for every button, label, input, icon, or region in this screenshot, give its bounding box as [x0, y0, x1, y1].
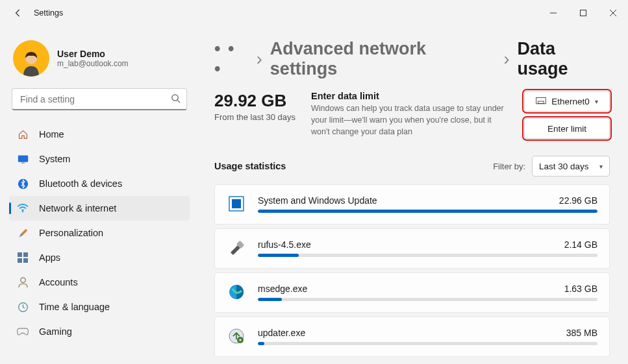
- svg-rect-16: [538, 101, 544, 103]
- profile-email: m_lab@outlook.com: [57, 59, 129, 68]
- paintbrush-icon: [17, 227, 29, 239]
- sidebar-item-label: Network & internet: [39, 203, 116, 213]
- sidebar-item-gaming[interactable]: Gaming: [9, 319, 190, 344]
- breadcrumb: • • • › Advanced network settings › Data…: [214, 39, 610, 79]
- svg-line-4: [177, 100, 180, 103]
- filter-value: Last 30 days: [539, 162, 589, 171]
- svg-rect-1: [581, 10, 586, 16]
- app-name: rufus-4.5.exe: [258, 239, 311, 250]
- data-limit-description: Windows can help you track data usage to…: [311, 103, 509, 138]
- data-usage-period: From the last 30 days: [214, 112, 295, 122]
- sidebar-item-label: System: [39, 154, 70, 164]
- app-name: updater.exe: [258, 328, 305, 338]
- sidebar-item-bluetooth[interactable]: Bluetooth & devices: [9, 171, 190, 196]
- usage-bar: [258, 298, 597, 301]
- app-usage-value: 22.96 GB: [559, 195, 597, 206]
- app-usage-value: 2.14 GB: [564, 239, 597, 250]
- filter-label: Filter by:: [493, 162, 525, 171]
- ethernet-icon: [536, 97, 546, 105]
- window-title: Settings: [34, 8, 63, 18]
- breadcrumb-ellipsis[interactable]: • • •: [214, 39, 249, 79]
- chevron-down-icon: ▾: [595, 98, 598, 105]
- adapter-name: Ethernet0: [551, 97, 590, 106]
- svg-rect-18: [232, 199, 241, 208]
- svg-point-3: [172, 95, 178, 101]
- bluetooth-icon: [17, 178, 29, 189]
- usage-bar: [258, 254, 597, 257]
- app-icon: [227, 238, 246, 258]
- svg-point-13: [20, 278, 25, 283]
- wifi-icon: [17, 202, 29, 214]
- sidebar-item-label: Bluetooth & devices: [39, 178, 122, 189]
- svg-rect-10: [23, 252, 28, 257]
- svg-rect-5: [18, 155, 27, 162]
- maximize-button[interactable]: [568, 3, 598, 23]
- search-icon: [171, 93, 181, 105]
- app-usage-value: 1.63 GB: [564, 284, 597, 294]
- app-usage-value: 385 MB: [566, 328, 597, 338]
- app-icon: [227, 194, 246, 213]
- app-name: msedge.exe: [258, 284, 307, 294]
- system-icon: [17, 153, 29, 165]
- svg-rect-11: [18, 258, 22, 263]
- back-button[interactable]: [10, 5, 26, 21]
- data-limit-heading: Enter data limit: [311, 91, 509, 101]
- sidebar-item-network[interactable]: Network & internet: [9, 196, 190, 221]
- sidebar-item-system[interactable]: System: [9, 147, 190, 171]
- home-icon: [17, 128, 29, 140]
- svg-point-8: [22, 211, 23, 212]
- sidebar-item-label: Time & language: [39, 302, 110, 312]
- usage-bar: [258, 210, 597, 213]
- chevron-right-icon: ›: [503, 49, 509, 69]
- usage-stat-item: System and Windows Update22.96 GB: [214, 184, 610, 224]
- sidebar-item-label: Accounts: [39, 277, 78, 287]
- chevron-right-icon: ›: [257, 49, 262, 69]
- sidebar-item-label: Home: [39, 129, 64, 140]
- usage-stats-list: System and Windows Update22.96 GBrufus-4…: [214, 184, 610, 357]
- svg-rect-9: [18, 252, 22, 257]
- usage-stat-item: rufus-4.5.exe2.14 GB: [214, 228, 610, 269]
- usage-stats-heading: Usage statistics: [214, 161, 286, 171]
- sidebar-item-time[interactable]: Time & language: [9, 295, 190, 319]
- app-name: System and Windows Update: [258, 195, 377, 206]
- profile-name: User Demo: [57, 49, 129, 59]
- profile-block[interactable]: User Demo m_lab@outlook.com: [9, 34, 190, 88]
- avatar: [13, 40, 49, 77]
- sidebar-item-label: Gaming: [39, 326, 72, 337]
- svg-rect-12: [23, 258, 28, 263]
- gamepad-icon: [17, 326, 29, 337]
- minimize-button[interactable]: [538, 3, 568, 23]
- filter-dropdown[interactable]: Last 30 days ▾: [532, 156, 610, 176]
- close-button[interactable]: [598, 3, 628, 23]
- content-area: • • • › Advanced network settings › Data…: [195, 26, 628, 364]
- svg-rect-15: [536, 97, 546, 103]
- search-input[interactable]: [12, 88, 187, 110]
- sidebar-item-accounts[interactable]: Accounts: [9, 270, 190, 295]
- nav-list: Home System Bluetooth & devices Network …: [9, 122, 190, 344]
- clock-globe-icon: [17, 301, 29, 313]
- breadcrumb-parent[interactable]: Advanced network settings: [270, 39, 496, 79]
- chevron-down-icon: ▾: [599, 163, 603, 170]
- apps-icon: [17, 252, 29, 263]
- adapter-dropdown[interactable]: Ethernet0 ▾: [524, 91, 610, 112]
- person-icon: [17, 276, 29, 288]
- sidebar-item-personalization[interactable]: Personalization: [9, 221, 190, 245]
- sidebar: User Demo m_lab@outlook.com Home System …: [0, 26, 195, 364]
- usage-stat-item: updater.exe385 MB: [214, 317, 610, 357]
- app-icon: [227, 326, 246, 346]
- sidebar-item-label: Personalization: [39, 228, 103, 238]
- enter-limit-button[interactable]: Enter limit: [524, 118, 610, 139]
- breadcrumb-current: Data usage: [517, 39, 610, 79]
- svg-rect-6: [21, 162, 24, 163]
- app-icon: [227, 282, 246, 302]
- data-usage-total: 29.92 GB: [214, 91, 295, 111]
- usage-bar: [258, 342, 597, 345]
- sidebar-item-apps[interactable]: Apps: [9, 245, 190, 270]
- sidebar-item-home[interactable]: Home: [9, 122, 190, 147]
- titlebar: Settings: [0, 0, 628, 26]
- usage-stat-item: msedge.exe1.63 GB: [214, 273, 610, 313]
- sidebar-item-label: Apps: [39, 252, 60, 263]
